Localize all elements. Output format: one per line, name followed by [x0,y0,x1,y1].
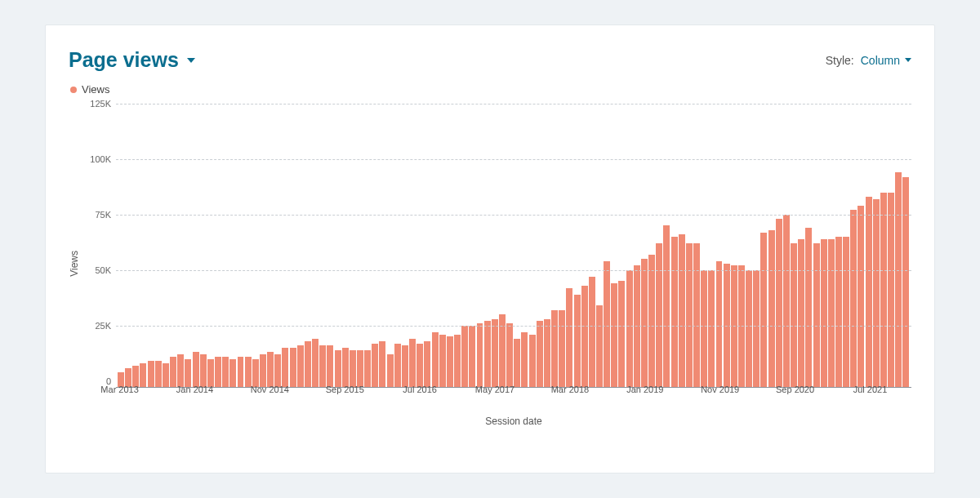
bar[interactable] [716,261,723,388]
bar[interactable] [566,288,572,388]
bar[interactable] [312,339,318,388]
bar[interactable] [835,237,842,388]
bar[interactable] [679,234,685,388]
bar[interactable] [701,270,707,388]
bar[interactable] [200,354,207,388]
bar[interactable] [805,228,812,388]
bar[interactable] [454,335,461,388]
metric-dropdown[interactable]: Page views [69,48,195,72]
bar[interactable] [902,177,909,388]
bar[interactable] [648,255,655,388]
bar[interactable] [821,239,827,388]
bar[interactable] [611,283,617,388]
bar[interactable] [185,359,191,388]
bar[interactable] [245,357,252,388]
bar[interactable] [686,243,693,388]
bar[interactable] [514,339,520,388]
bar[interactable] [424,341,430,388]
bar[interactable] [671,237,678,388]
bar[interactable] [290,348,296,388]
bar[interactable] [409,339,416,388]
bar[interactable] [731,265,737,388]
bar[interactable] [267,352,274,388]
bar[interactable] [866,197,872,388]
bar[interactable] [238,357,244,388]
bar[interactable] [215,357,221,388]
bar[interactable] [559,310,565,388]
bar[interactable] [357,350,363,388]
bar[interactable] [305,341,311,388]
bar[interactable] [387,354,394,388]
bar[interactable] [753,270,760,388]
plot-area[interactable]: Mar 2013Jan 2014Nov 2014Sep 2015Jul 2016… [116,104,911,388]
bar[interactable] [693,243,700,388]
bar[interactable] [589,277,595,388]
bar[interactable] [319,345,326,388]
bar[interactable] [604,261,610,388]
bar[interactable] [394,344,401,388]
bar[interactable] [708,270,715,388]
bar[interactable] [760,233,767,388]
bar[interactable] [207,359,214,388]
bar[interactable] [447,336,453,388]
bar[interactable] [813,243,820,388]
bar[interactable] [634,265,640,388]
bar[interactable] [439,335,446,388]
bar[interactable] [551,310,558,388]
bar[interactable] [544,319,550,388]
bar[interactable] [574,295,581,388]
bar[interactable] [880,193,887,388]
bar[interactable] [529,335,536,388]
bar[interactable] [297,345,304,388]
bar[interactable] [850,210,857,388]
bar[interactable] [738,265,745,388]
bar[interactable] [791,243,797,388]
bar[interactable] [416,344,423,388]
bar[interactable] [783,215,790,388]
bar[interactable] [663,225,670,388]
bar[interactable] [372,344,378,388]
style-dropdown[interactable]: Column [861,54,911,67]
bar[interactable] [506,323,513,388]
bar[interactable] [222,357,229,388]
bar[interactable] [641,259,648,388]
bar[interactable] [746,270,752,388]
bar[interactable] [342,348,349,388]
bar[interactable] [768,230,775,388]
bar[interactable] [229,359,236,388]
bar[interactable] [364,350,371,388]
bar[interactable] [335,350,341,388]
bar[interactable] [521,332,528,388]
bar[interactable] [327,345,333,388]
bar[interactable] [537,321,543,388]
bar[interactable] [282,348,288,388]
bar[interactable] [469,326,475,388]
bar[interactable] [170,357,176,388]
bar[interactable] [656,243,662,388]
bar[interactable] [873,199,880,388]
bar[interactable] [581,286,588,388]
bar[interactable] [776,219,782,388]
bar[interactable] [596,305,603,388]
bar[interactable] [350,350,356,388]
bar[interactable] [177,354,184,388]
bar[interactable] [252,359,259,388]
bar[interactable] [888,193,894,388]
bar[interactable] [618,281,625,388]
bar[interactable] [379,341,385,388]
bar[interactable] [274,354,281,388]
bar[interactable] [432,332,439,388]
bar[interactable] [484,321,491,388]
bar[interactable] [260,354,266,388]
bar[interactable] [402,345,408,388]
bar[interactable] [798,239,804,388]
bar[interactable] [843,237,849,388]
bar[interactable] [858,206,864,388]
bar[interactable] [626,270,633,388]
bar[interactable] [461,326,468,388]
bar[interactable] [477,323,483,388]
bar[interactable] [193,352,199,388]
bar[interactable] [492,319,498,388]
bar[interactable] [895,172,902,388]
bar[interactable] [828,239,835,388]
